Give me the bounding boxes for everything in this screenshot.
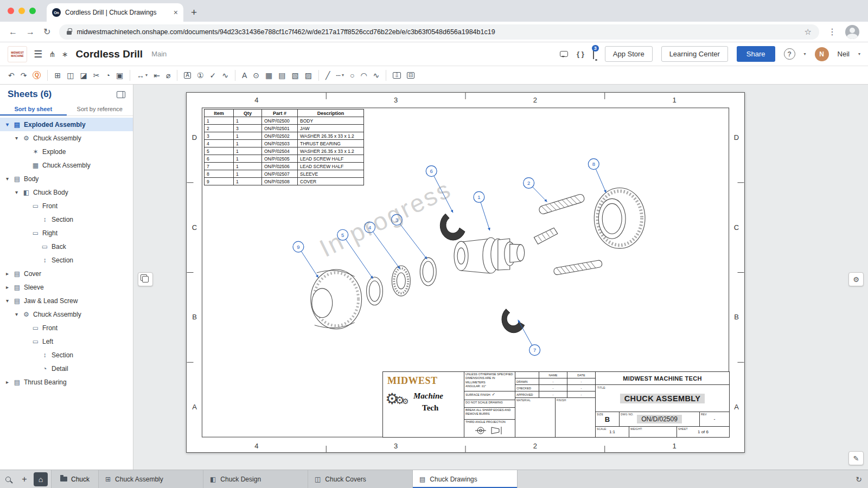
bom-row[interactable]: 23ON/P/02501JAW (205, 125, 364, 132)
export-dxf-button[interactable]: ⇩ (390, 70, 403, 80)
diameter-dimension-button[interactable]: ⌀ (163, 70, 173, 81)
chevron-down-icon[interactable]: ▾ (14, 135, 20, 141)
balloon-1[interactable]: 1 (474, 191, 490, 230)
share-button[interactable]: Share (737, 46, 775, 62)
auxiliary-view-button[interactable]: ◪ (77, 70, 90, 81)
browser-menu-icon[interactable]: ⋮ (828, 28, 837, 36)
drawing-title[interactable]: CHUCK ASSEMBLY (620, 394, 705, 403)
chevron-right-icon[interactable]: ▸ (4, 284, 10, 290)
workspace-name[interactable]: Main (151, 50, 167, 58)
sheet-tree-item[interactable]: ▾⚙Chuck Assembly (0, 131, 133, 145)
balloon-2[interactable]: 2 (524, 178, 547, 202)
bom-row[interactable]: 41ON/P/02503THRUST BEARING (205, 140, 364, 147)
weld-symbol-button[interactable]: ∿ (219, 70, 231, 81)
part-washer-right[interactable] (420, 258, 436, 286)
part-sleeve[interactable] (594, 188, 645, 248)
undo-button[interactable]: ↶ (5, 70, 17, 81)
chevron-down-icon[interactable]: ▾ (4, 121, 10, 127)
close-window-button[interactable] (8, 8, 14, 14)
balloon-4[interactable]: 4 (365, 222, 400, 269)
sheet-tree-item[interactable]: ▾▤Jaw & Lead Screw (0, 294, 133, 307)
section-view-button[interactable]: ✂ (91, 70, 103, 81)
main-menu-icon[interactable]: ☰ (34, 49, 42, 59)
document-title[interactable]: Cordless Drill (76, 48, 143, 60)
balloon-6[interactable]: 6 (426, 166, 453, 213)
reload-icon[interactable]: ↻ (43, 28, 50, 36)
notifications-bell[interactable]: 3 (593, 49, 594, 59)
browser-profile-avatar[interactable] (845, 25, 859, 39)
projected-view-button[interactable]: ◫ (64, 70, 76, 81)
sheet-tree-item[interactable]: ▾▤Exploded Assembly (0, 118, 133, 131)
forward-icon[interactable]: → (26, 28, 35, 36)
dwg-number-value[interactable]: ON/D/02509 (637, 415, 682, 423)
text-button[interactable]: A (239, 70, 250, 81)
home-button[interactable]: ⌂ (34, 472, 48, 486)
chevron-right-icon[interactable]: ▸ (4, 271, 10, 277)
drawing-sheet[interactable]: 44332211DDCCBBAA123456789 In progress It… (186, 92, 745, 453)
balloon-9[interactable]: 9 (293, 241, 318, 278)
dimension-button[interactable]: ↔▾ (134, 70, 150, 81)
user-avatar[interactable]: N (815, 47, 829, 61)
help-button[interactable]: ? (784, 48, 795, 60)
sheet-tree-item[interactable]: ▸▤Thrust Bearing (0, 375, 133, 389)
user-menu-caret-icon[interactable]: ▾ (858, 52, 860, 56)
chevron-down-icon[interactable]: ▾ (14, 311, 20, 317)
circle-button[interactable]: ○ (347, 70, 357, 81)
minimize-window-button[interactable] (18, 8, 25, 14)
sheet-check-button[interactable]: Q (30, 69, 43, 81)
bom-table-button[interactable]: ▤ (276, 70, 288, 81)
app-store-button[interactable]: App Store (605, 46, 653, 62)
address-bar[interactable]: midwestmachinetech.onshape.com/documents… (59, 24, 819, 40)
chevron-down-icon[interactable]: ▾ (14, 189, 20, 195)
ordinate-dimension-button[interactable]: ⇤ (151, 70, 163, 81)
sort-tab-sort-by-reference[interactable]: Sort by reference (67, 102, 133, 115)
bom-row[interactable]: 31ON/P/02502WASHER 26.35 x 33 x 1.2 (205, 132, 364, 140)
revision-table-button[interactable]: ▨ (302, 70, 315, 81)
page-settings-button[interactable]: ✎ (848, 451, 864, 465)
print-button[interactable]: ⊟ (404, 70, 417, 80)
chevron-right-icon[interactable]: ▸ (4, 379, 10, 385)
balloon-8[interactable]: 8 (588, 159, 606, 193)
part-jaw-bottom[interactable] (502, 309, 525, 333)
sheet-tree-item[interactable]: ▸▤Cover (0, 267, 133, 280)
bom-row[interactable]: 51ON/P/02504WASHER 26.35 x 33 x 1.2 (205, 147, 364, 155)
bom-table[interactable]: ItemQtyPart #Description11ON/P/02500BODY… (204, 109, 364, 185)
back-icon[interactable]: ← (9, 28, 17, 36)
bom-row[interactable]: 81ON/P/02507SLEEVE (205, 170, 364, 178)
element-tab-chuck-design[interactable]: ◧Chuck Design (203, 470, 308, 488)
part-lead-screw-top[interactable] (538, 194, 585, 215)
company-logo[interactable]: MIDWEST MACHINE (8, 46, 27, 62)
insert-view-button[interactable]: ⊞ (52, 70, 63, 81)
part-thrust-bearing[interactable] (392, 266, 410, 296)
sheet-tree-item[interactable]: ▾▤Body (0, 172, 133, 185)
sheet-tree-item[interactable]: ▭Right (0, 226, 133, 240)
redo-button[interactable]: ↷ (18, 70, 30, 81)
browser-tab[interactable]: On Cordless Drill | Chuck Drawings × (47, 3, 183, 22)
part-jaw-top[interactable] (440, 214, 465, 240)
new-tab-button[interactable]: + (191, 7, 197, 17)
hole-table-button[interactable]: ▧ (289, 70, 302, 81)
balloon-3[interactable]: 3 (391, 214, 427, 259)
inspection-symbol-button[interactable]: ⊙ (250, 70, 262, 81)
sort-tab-sort-by-sheet[interactable]: Sort by sheet (0, 102, 67, 115)
zoom-window-button[interactable] (29, 8, 36, 14)
line-button[interactable]: ╱ (323, 70, 333, 81)
sheet-tree-item[interactable]: ↕Section (0, 253, 133, 267)
detail-view-button[interactable]: ◔ (103, 70, 112, 81)
folder-tab-chuck[interactable]: Chuck (51, 470, 99, 488)
balloon-tool-button[interactable]: ① (194, 70, 207, 81)
exploded-view[interactable] (311, 188, 645, 332)
part-washer-left[interactable] (367, 277, 383, 305)
note-button[interactable]: A (181, 70, 194, 80)
construction-line-button[interactable]: ┄▾ (333, 70, 346, 81)
featurescript-icon[interactable]: { } (577, 50, 584, 58)
sheet-tree-item[interactable]: ▭Back (0, 240, 133, 253)
learning-center-button[interactable]: Learning Center (661, 46, 728, 62)
close-tab-icon[interactable]: × (174, 9, 178, 16)
part-lead-screw-tip[interactable] (533, 227, 559, 245)
table-button[interactable]: ▦ (263, 70, 275, 81)
sheet-tree-item[interactable]: ▸▤Sleeve (0, 280, 133, 294)
sheet-tree-item[interactable]: ▭Front (0, 199, 133, 213)
bom-row[interactable]: 11ON/P/02500BODY (205, 117, 364, 125)
bom-row[interactable]: 71ON/P/02506LEAD SCREW HALF (205, 163, 364, 170)
